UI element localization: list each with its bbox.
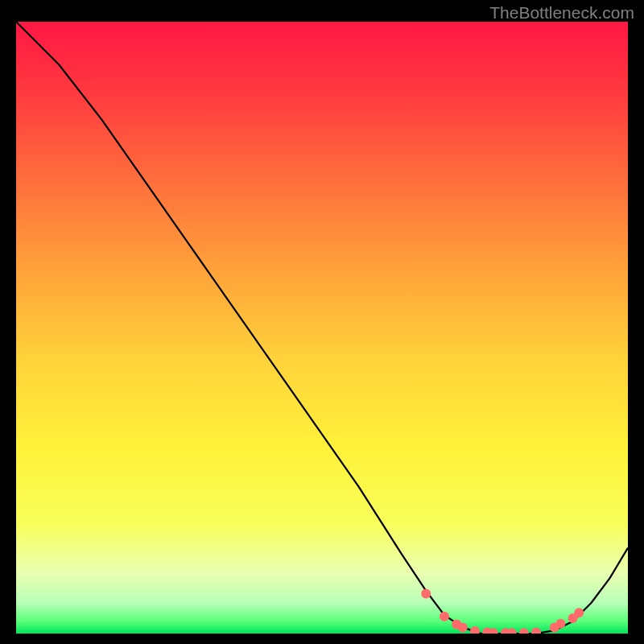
- attribution-text: TheBottleneck.com: [489, 3, 634, 23]
- chart-plot-area: [16, 22, 628, 634]
- chart-background: [16, 22, 628, 634]
- marker-dot: [421, 589, 431, 599]
- marker-dot: [458, 622, 468, 632]
- chart-svg: [16, 22, 628, 634]
- marker-dot: [555, 619, 565, 629]
- marker-dot: [440, 612, 449, 621]
- marker-dot: [574, 608, 584, 617]
